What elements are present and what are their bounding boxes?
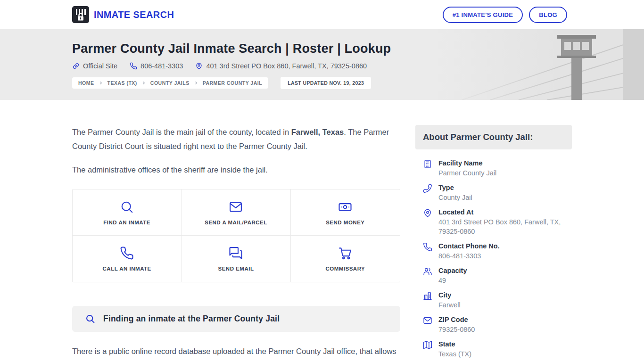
- about-label: Capacity: [438, 266, 467, 275]
- phone-link[interactable]: 806-481-3303: [130, 62, 183, 70]
- brand-name: INMATE SEARCH: [94, 9, 174, 20]
- cart-icon: [338, 246, 352, 260]
- official-site-label: Official Site: [83, 62, 117, 70]
- about-value: 806-481-3303: [438, 251, 500, 261]
- city-icon: [423, 291, 432, 310]
- about-item-state: State Texas (TX): [423, 340, 572, 359]
- address-item: 401 3rd Street PO Box 860, Farwell, TX, …: [195, 62, 367, 70]
- building-icon: [423, 159, 432, 178]
- action-label: SEND A MAIL/PARCEL: [205, 220, 267, 225]
- action-call-an-inmate[interactable]: CALL AN INMATE: [73, 236, 182, 282]
- about-label: Contact Phone No.: [438, 242, 500, 250]
- hero-banner: Parmer County Jail Inmate Search | Roste…: [0, 29, 644, 100]
- map-icon: [423, 340, 432, 359]
- chevron-right-icon: [194, 81, 198, 85]
- sidebar-list: Facility Name Parmer County Jail Type Co…: [415, 149, 572, 362]
- search-icon: [85, 314, 95, 324]
- about-value: 49: [438, 276, 467, 285]
- about-item-capacity: Capacity 49: [423, 266, 572, 285]
- phone-icon: [423, 242, 432, 261]
- intro-text-bold: Farwell, Texas: [291, 128, 344, 136]
- breadcrumb: HOME TEXAS (TX) COUNTY JAILS PARMER COUN…: [72, 77, 268, 89]
- official-site-link[interactable]: Official Site: [72, 62, 117, 70]
- banknote-icon: [338, 200, 352, 214]
- brand-logo-link[interactable]: INMATE SEARCH: [72, 6, 174, 23]
- about-value: Parmer County Jail: [438, 168, 496, 178]
- header: INMATE SEARCH #1 INMATE'S GUIDE BLOG: [0, 0, 644, 29]
- about-item-zip-code: ZIP Code 79325-0860: [423, 315, 572, 334]
- about-item-contact-phone: Contact Phone No. 806-481-3303: [423, 242, 572, 261]
- page-title: Parmer County Jail Inmate Search | Roste…: [72, 41, 572, 56]
- blog-button[interactable]: BLOG: [529, 7, 567, 23]
- envelope-icon: [423, 315, 432, 334]
- action-send-money[interactable]: SEND MONEY: [291, 189, 400, 236]
- about-item-city: City Farwell: [423, 291, 572, 310]
- about-sidebar: About Parmer County Jail: Facility Name …: [415, 125, 572, 362]
- map-pin-icon: [195, 62, 203, 70]
- about-label: City: [438, 291, 461, 299]
- about-value: 401 3rd Street PO Box 860, Farwell, TX, …: [438, 217, 572, 236]
- contact-row: Official Site 806-481-3303 401 3rd St: [72, 62, 572, 70]
- search-icon: [120, 200, 134, 214]
- about-label: Facility Name: [438, 159, 496, 167]
- article-column: The Parmer County Jail is the main jail …: [72, 125, 400, 362]
- about-label: Type: [438, 183, 472, 192]
- breadcrumb-current: PARMER COUNTY JAIL: [203, 80, 262, 86]
- about-item-located-at: Located At 401 3rd Street PO Box 860, Fa…: [423, 208, 572, 236]
- section-heading-finding-inmate: Finding an inmate at the Parmer County J…: [72, 306, 400, 332]
- about-item-facility-name: Facility Name Parmer County Jail: [423, 159, 572, 178]
- sidebar-title: About Parmer County Jail:: [423, 132, 533, 142]
- jail-lock-logo-icon: [72, 6, 89, 23]
- action-send-a-mail-parcel[interactable]: SEND A MAIL/PARCEL: [182, 189, 290, 236]
- address-text: 401 3rd Street PO Box 860, Farwell, TX, …: [206, 62, 367, 70]
- phone-icon: [120, 246, 134, 260]
- last-updated-badge: LAST UPDATED NOV. 19, 2023: [281, 77, 371, 89]
- intro-paragraph-2: The administrative offices of the sherif…: [72, 163, 400, 177]
- header-nav: #1 INMATE'S GUIDE BLOG: [443, 7, 567, 23]
- phone-icon: [130, 62, 137, 70]
- handset-icon: [423, 183, 432, 202]
- chat-icon: [229, 246, 243, 260]
- main-content: The Parmer County Jail is the main jail …: [0, 100, 644, 362]
- about-value: 79325-0860: [438, 325, 475, 334]
- sidebar-header: About Parmer County Jail:: [415, 125, 572, 149]
- intro-paragraph: The Parmer County Jail is the main jail …: [72, 125, 400, 153]
- breadcrumb-row: HOME TEXAS (TX) COUNTY JAILS PARMER COUN…: [72, 77, 572, 89]
- action-label: SEND MONEY: [326, 220, 364, 225]
- link-icon: [72, 62, 80, 70]
- about-value: Farwell: [438, 300, 461, 310]
- action-label: FIND AN INMATE: [103, 220, 150, 225]
- action-grid: FIND AN INMATE SEND A MAIL/PARCEL SEN: [72, 189, 400, 282]
- action-label: COMMISSARY: [325, 266, 365, 272]
- map-pin-icon: [423, 208, 432, 236]
- about-label: State: [438, 340, 471, 348]
- action-label: SEND EMAIL: [218, 266, 254, 272]
- inmates-guide-button[interactable]: #1 INMATE'S GUIDE: [443, 7, 523, 23]
- intro-text-before: The Parmer County Jail is the main jail …: [72, 128, 291, 136]
- section-heading-text: Finding an inmate at the Parmer County J…: [103, 314, 280, 324]
- mail-icon: [229, 200, 243, 214]
- action-commissary[interactable]: COMMISSARY: [291, 236, 400, 282]
- action-label: CALL AN INMATE: [103, 266, 151, 272]
- about-item-type: Type County Jail: [423, 183, 572, 202]
- phone-number: 806-481-3303: [140, 62, 183, 70]
- about-label: Located At: [438, 208, 572, 216]
- about-value: County Jail: [438, 193, 472, 202]
- action-find-an-inmate[interactable]: FIND AN INMATE: [73, 189, 182, 236]
- chevron-right-icon: [99, 81, 103, 85]
- breadcrumb-texas[interactable]: TEXAS (TX): [107, 80, 137, 86]
- chevron-right-icon: [142, 81, 146, 85]
- breadcrumb-county-jails[interactable]: COUNTY JAILS: [150, 80, 190, 86]
- about-label: ZIP Code: [438, 315, 475, 324]
- action-send-email[interactable]: SEND EMAIL: [182, 236, 290, 282]
- users-icon: [423, 266, 432, 285]
- breadcrumb-home[interactable]: HOME: [78, 80, 94, 86]
- about-value: Texas (TX): [438, 349, 471, 359]
- body-paragraph: There is a public online record database…: [72, 344, 400, 362]
